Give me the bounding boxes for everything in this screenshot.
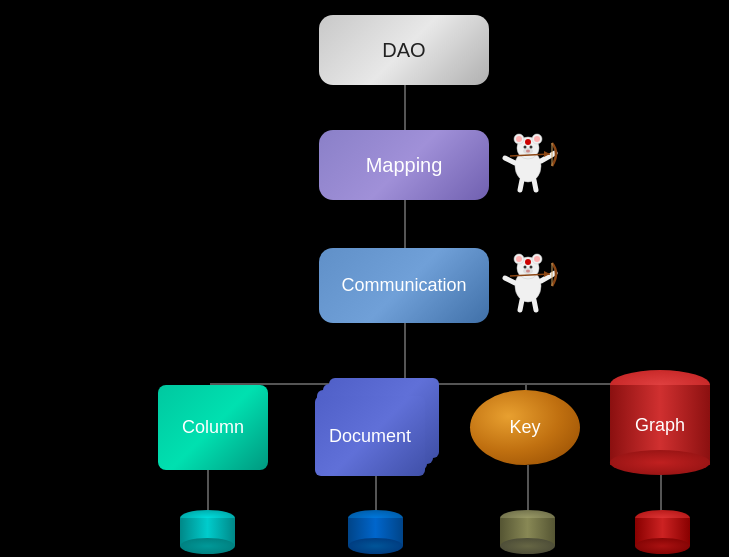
dao-node: DAO xyxy=(319,15,489,85)
small-cylinder-cyan xyxy=(180,510,235,550)
document-label: Document xyxy=(329,426,411,447)
svg-point-7 xyxy=(524,146,527,149)
dao-label: DAO xyxy=(382,39,425,62)
communication-label: Communication xyxy=(341,275,466,296)
connector-key-small xyxy=(527,465,529,512)
svg-line-15 xyxy=(520,180,522,190)
column-node: Column xyxy=(158,385,268,470)
svg-point-25 xyxy=(524,266,527,269)
svg-point-23 xyxy=(534,256,540,262)
connector-dao-mapping xyxy=(404,85,406,130)
archer-mapping-icon xyxy=(500,128,570,198)
graph-label: Graph xyxy=(610,400,710,450)
key-node: Key xyxy=(470,390,580,465)
connector-mapping-communication xyxy=(404,200,406,248)
connector-document-small xyxy=(375,475,377,512)
svg-line-34 xyxy=(534,300,536,310)
archer-communication-icon xyxy=(500,248,570,318)
connector-comm-down xyxy=(404,323,406,383)
small-cylinder-blue xyxy=(348,510,403,550)
svg-line-28 xyxy=(505,278,515,283)
svg-line-10 xyxy=(505,158,515,163)
column-label: Column xyxy=(182,417,244,438)
svg-point-9 xyxy=(526,150,530,153)
small-cyl-blue-bottom xyxy=(348,538,403,554)
svg-point-17 xyxy=(525,139,531,145)
key-label: Key xyxy=(509,417,540,438)
small-cylinder-red xyxy=(635,510,690,550)
svg-point-5 xyxy=(534,136,540,142)
svg-line-33 xyxy=(520,300,522,310)
small-cyl-cyan-bottom xyxy=(180,538,235,554)
doc-page-front: Document xyxy=(315,396,425,476)
svg-line-16 xyxy=(534,180,536,190)
svg-point-22 xyxy=(516,256,522,262)
svg-point-26 xyxy=(530,266,533,269)
diagram-container: DAO Mapping xyxy=(0,0,729,557)
svg-point-27 xyxy=(526,270,530,273)
svg-point-35 xyxy=(525,259,531,265)
small-cyl-red-bottom xyxy=(635,538,690,554)
communication-node: Communication xyxy=(319,248,489,323)
cylinder-bottom xyxy=(610,450,710,475)
graph-node: Graph xyxy=(610,370,710,465)
svg-point-4 xyxy=(516,136,522,142)
connector-column-small xyxy=(207,470,209,512)
small-cylinder-dark xyxy=(500,510,555,550)
mapping-label: Mapping xyxy=(366,154,443,177)
mapping-node: Mapping xyxy=(319,130,489,200)
small-cyl-dark-bottom xyxy=(500,538,555,554)
svg-point-8 xyxy=(530,146,533,149)
